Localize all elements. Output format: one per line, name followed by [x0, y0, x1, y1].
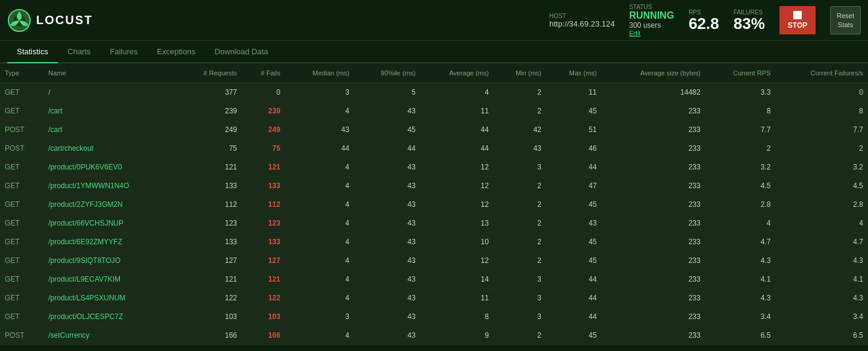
- stop-icon: [793, 11, 802, 19]
- table-header-row: Type Name # Requests # Fails Median (ms)…: [0, 63, 868, 83]
- cell-name: /setCurrency: [43, 326, 178, 345]
- tab-download-data[interactable]: Download Data: [205, 41, 278, 63]
- cell-name: /product/L9ECAV7KIM: [43, 270, 178, 289]
- cell-max: 45: [546, 102, 602, 121]
- cell-type: GET: [0, 158, 43, 177]
- cell-p90: 43: [354, 195, 420, 214]
- cell-agg-avg-size: 2674: [602, 345, 705, 352]
- cell-max: 43: [546, 214, 602, 233]
- cell-type: GET: [0, 83, 43, 102]
- cell-median: 3: [285, 308, 354, 326]
- cell-min: 2: [493, 251, 546, 270]
- reset-label: ResetStats: [837, 12, 854, 28]
- cell-name: /product/1YMWWN1N4O: [43, 177, 178, 195]
- cell-failures-s: 8: [775, 102, 868, 121]
- col-fails: # Fails: [242, 63, 286, 83]
- status-value: RUNNING: [629, 10, 674, 21]
- cell-min: 2: [493, 326, 546, 345]
- cell-p90: 43: [354, 289, 420, 308]
- logo-icon: [7, 8, 31, 33]
- edit-link[interactable]: Edit: [629, 30, 674, 37]
- cell-failures-s: 4.1: [775, 270, 868, 289]
- cell-min: 3: [493, 270, 546, 289]
- cell-type: GET: [0, 195, 43, 214]
- cell-max: 44: [546, 270, 602, 289]
- cell-avg: 13: [420, 214, 494, 233]
- col-failures-s: Current Failures/s: [775, 63, 868, 83]
- cell-max: 46: [546, 139, 602, 158]
- cell-rps: 4.7: [705, 233, 775, 251]
- status-label: STATUS: [629, 4, 674, 10]
- cell-type: GET: [0, 102, 43, 121]
- cell-agg-fails: 1824: [242, 345, 286, 352]
- cell-requests: 166: [178, 326, 242, 345]
- cell-type: POST: [0, 121, 43, 139]
- cell-type: GET: [0, 233, 43, 251]
- cell-agg-rps: 62.8: [705, 345, 775, 352]
- cell-avg-size: 233: [602, 308, 705, 326]
- rps-value: 62.8: [688, 16, 719, 31]
- cell-min: 2: [493, 177, 546, 195]
- stop-button[interactable]: STOP: [779, 6, 816, 34]
- cell-requests: 249: [178, 121, 242, 139]
- cell-fails: 121: [242, 270, 286, 289]
- cell-avg: 14: [420, 270, 494, 289]
- cell-fails: 133: [242, 233, 286, 251]
- col-median: Median (ms): [285, 63, 354, 83]
- header-stats: HOST http://34.69.23.124 STATUS RUNNING …: [549, 4, 861, 37]
- cell-fails: 103: [242, 308, 286, 326]
- cell-rps: 3.2: [705, 158, 775, 177]
- cell-avg-size: 233: [602, 289, 705, 308]
- col-max: Max (ms): [546, 63, 602, 83]
- cell-name: /product/OLJCESPC7Z: [43, 308, 178, 326]
- cell-fails: 123: [242, 214, 286, 233]
- logo-area: LOCUST: [7, 8, 93, 33]
- cell-failures-s: 0: [775, 83, 868, 102]
- cell-avg-size: 233: [602, 158, 705, 177]
- table-row: GET /cart 239 239 4 43 11 2 45 233 8 8: [0, 102, 868, 121]
- cell-avg-size: 233: [602, 121, 705, 139]
- cell-median: 4: [285, 326, 354, 345]
- cell-min: 3: [493, 308, 546, 326]
- table-aggregated-row: Aggregated 2201 1824 4 43 15 2 51 2674 6…: [0, 345, 868, 352]
- tab-charts[interactable]: Charts: [58, 41, 100, 63]
- table-row: GET /product/66VCHSJNUP 123 123 4 43 13 …: [0, 214, 868, 233]
- cell-p90: 43: [354, 233, 420, 251]
- cell-avg: 4: [420, 83, 494, 102]
- cell-min: 42: [493, 121, 546, 139]
- rps-stat: RPS 62.8: [688, 9, 719, 31]
- tab-failures[interactable]: Failures: [100, 41, 147, 63]
- tab-statistics[interactable]: Statistics: [7, 41, 58, 63]
- cell-rps: 4.3: [705, 289, 775, 308]
- cell-avg: 12: [420, 158, 494, 177]
- header: LOCUST HOST http://34.69.23.124 STATUS R…: [0, 0, 868, 41]
- cell-fails: 249: [242, 121, 286, 139]
- reset-stats-button[interactable]: ResetStats: [830, 6, 861, 34]
- stop-label: STOP: [788, 21, 807, 30]
- cell-p90: 43: [354, 102, 420, 121]
- cell-max: 44: [546, 158, 602, 177]
- col-min: Min (ms): [493, 63, 546, 83]
- cell-median: 43: [285, 121, 354, 139]
- cell-rps: 6.5: [705, 326, 775, 345]
- cell-failures-s: 7.7: [775, 121, 868, 139]
- cell-p90: 44: [354, 139, 420, 158]
- cell-agg-failures-s: 59.5: [775, 345, 868, 352]
- cell-p90: 43: [354, 158, 420, 177]
- cell-requests: 133: [178, 177, 242, 195]
- cell-requests: 121: [178, 270, 242, 289]
- cell-agg-p90: 43: [354, 345, 420, 352]
- cell-max: 45: [546, 251, 602, 270]
- cell-fails: 75: [242, 139, 286, 158]
- cell-type: GET: [0, 177, 43, 195]
- cell-name: /product/LS4PSXUNUM: [43, 289, 178, 308]
- cell-max: 45: [546, 233, 602, 251]
- cell-fails: 166: [242, 326, 286, 345]
- tab-exceptions[interactable]: Exceptions: [148, 41, 205, 63]
- cell-avg-size: 233: [602, 139, 705, 158]
- cell-p90: 5: [354, 83, 420, 102]
- cell-median: 4: [285, 289, 354, 308]
- col-avg-size: Average size (bytes): [602, 63, 705, 83]
- cell-failures-s: 4.3: [775, 251, 868, 270]
- cell-requests: 122: [178, 289, 242, 308]
